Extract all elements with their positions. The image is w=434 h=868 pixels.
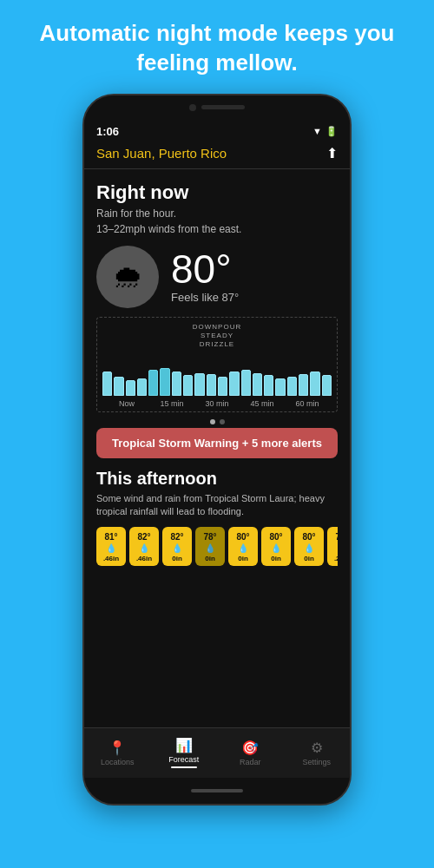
precipitation-bar (322, 375, 332, 396)
precipitation-bar (310, 372, 319, 396)
hour-temp: 82° (170, 532, 183, 542)
afternoon-desc: Some wind and rain from Tropical Storm L… (96, 492, 338, 519)
precipitation-bar (229, 372, 239, 396)
status-bar: 1:06 ▼ 🔋 (84, 120, 350, 141)
bars-container (102, 352, 332, 396)
temp-block: 80° Feels like 87° (171, 249, 239, 304)
wifi-icon: ▼ (312, 126, 322, 136)
precipitation-bar (218, 377, 227, 396)
bar-group (137, 378, 147, 396)
hour-precip: 0in (271, 555, 281, 562)
hour-temp: 78° (203, 532, 216, 542)
screen-content: 1:06 ▼ 🔋 San Juan, Puerto Rico ⬆ Right n… (84, 120, 350, 727)
precipitation-bar (114, 377, 123, 396)
phone-bottom-bar (84, 778, 350, 804)
hour-precip: .23in (334, 555, 338, 562)
battery-icon: 🔋 (326, 126, 338, 137)
hour-precip: 0in (172, 555, 182, 562)
bar-group (310, 372, 319, 396)
precipitation-bar (275, 378, 285, 396)
time-label: Now (104, 399, 149, 408)
bar-group (114, 377, 123, 396)
weather-description: Rain for the hour. 13–22mph winds from t… (96, 206, 338, 237)
home-bar (191, 789, 243, 792)
phone-top-bar (84, 95, 350, 120)
weather-main: 🌧 80° Feels like 87° (96, 246, 338, 308)
bar-group (194, 373, 204, 396)
precipitation-bar (299, 374, 308, 396)
precip-labels: DOWNPOUR STEADY DRIZZLE (102, 323, 332, 350)
status-time: 1:06 (96, 125, 119, 138)
precipitation-bar (102, 372, 112, 396)
share-icon[interactable]: ⬆ (326, 145, 338, 161)
precipitation-bar (207, 374, 216, 396)
location-bar: San Juan, Puerto Rico ⬆ (84, 141, 350, 169)
precipitation-bar (287, 377, 297, 396)
bar-group (148, 370, 158, 396)
hour-card[interactable]: 78°💧.23in (327, 527, 338, 566)
precipitation-bar (148, 370, 158, 396)
dot-1 (210, 419, 215, 424)
hour-card[interactable]: 80°💧0in (261, 527, 291, 566)
hour-card[interactable]: 78°💧0in (195, 527, 225, 566)
hour-card[interactable]: 80°💧0in (294, 527, 324, 566)
dot-2 (220, 419, 225, 424)
afternoon-title: This afternoon (96, 469, 338, 489)
hour-temp: 80° (302, 532, 315, 542)
hour-temp: 81° (104, 532, 117, 542)
precipitation-bar (194, 373, 204, 396)
rain-drop-icon: 💧 (304, 543, 314, 553)
hour-temp: 80° (236, 532, 249, 542)
precip-chart: DOWNPOUR STEADY DRIZZLE Now15 min30 min4… (96, 317, 338, 412)
time-label: 45 min (240, 399, 285, 408)
bar-group (264, 375, 273, 396)
precipitation-bar (160, 368, 169, 396)
temperature: 80° (171, 249, 239, 289)
time-label: 15 min (149, 399, 194, 408)
precipitation-bar (253, 373, 262, 396)
hour-temp: 82° (137, 532, 150, 542)
hour-card[interactable]: 82°💧.46in (129, 527, 159, 566)
bar-group (218, 377, 227, 396)
bar-group (322, 375, 332, 396)
rain-drop-icon: 💧 (106, 543, 116, 553)
bar-group (275, 378, 285, 396)
hour-precip: .46in (103, 555, 119, 562)
bar-group (207, 374, 216, 396)
hour-temp: 78° (335, 532, 338, 542)
time-label: 30 min (194, 399, 240, 408)
bar-group (241, 370, 251, 396)
bar-group (229, 372, 239, 396)
time-labels: Now15 min30 min45 min60 min (102, 399, 332, 408)
hour-card[interactable]: 80°💧0in (228, 527, 258, 566)
precipitation-bar (137, 378, 147, 396)
hour-card[interactable]: 81°💧.46in (96, 527, 126, 566)
phone-speaker (201, 105, 245, 109)
hour-precip: .46in (136, 555, 152, 562)
drizzle-label: DRIZZLE (200, 340, 234, 348)
precipitation-bar (183, 375, 193, 396)
hour-card[interactable]: 82°💧0in (162, 527, 192, 566)
bar-group (126, 380, 135, 396)
phone-side-button (350, 234, 352, 278)
header-text: Automatic night mode keeps you feeling m… (0, 0, 434, 94)
alert-button[interactable]: Tropical Storm Warning + 5 more alerts (96, 428, 338, 458)
bar-group (287, 377, 297, 396)
downpour-label: DOWNPOUR (193, 323, 241, 331)
hour-precip: 0in (238, 555, 248, 562)
rain-drop-icon: 💧 (139, 543, 149, 553)
rain-drop-icon: 💧 (337, 543, 338, 553)
bar-group (183, 375, 193, 396)
hour-precip: 0in (304, 555, 314, 562)
bar-group (160, 368, 169, 396)
status-icons: ▼ 🔋 (312, 126, 338, 137)
bar-group (253, 373, 262, 396)
hourly-row: 81°💧.46in82°💧.46in82°💧0in78°💧0in80°💧0in8… (96, 527, 338, 566)
hour-precip: 0in (205, 555, 215, 562)
rain-drop-icon: 💧 (172, 543, 182, 553)
right-now-title: Right now (96, 181, 338, 204)
bar-group (102, 372, 112, 396)
feels-like: Feels like 87° (171, 291, 239, 304)
bar-group (299, 374, 308, 396)
phone-frame: 1:06 ▼ 🔋 San Juan, Puerto Rico ⬆ Right n… (82, 94, 352, 806)
